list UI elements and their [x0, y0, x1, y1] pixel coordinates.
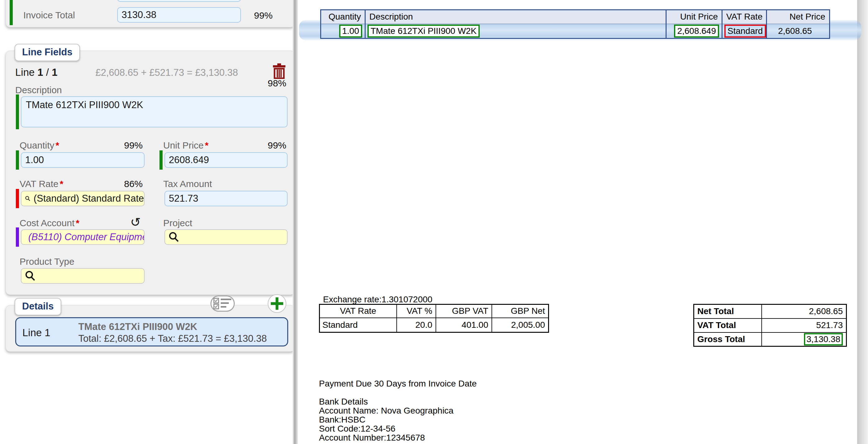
panel-divider-scrollbar[interactable] — [292, 0, 298, 444]
vat-col-gbp-net: GBP Net — [492, 305, 549, 318]
cost-account-value: (B5110) Computer Equipment — [28, 231, 145, 243]
description-label: Description — [15, 85, 62, 95]
unit-price-status-bar — [159, 150, 163, 170]
product-type-label: Product Type — [20, 256, 74, 267]
undo-icon: ↺ — [130, 215, 141, 229]
trash-icon — [273, 63, 286, 79]
project-label: Project — [163, 218, 192, 228]
quantity-label: Quantity* — [20, 140, 59, 151]
col-header-description: Description — [365, 10, 666, 24]
gross-total-annotation-box[interactable]: 3,130.38 — [804, 333, 843, 346]
col-header-quantity: Quantity — [321, 10, 365, 24]
quantity-input[interactable]: 1.00 — [21, 152, 145, 168]
vat-table-row: Standard 20.0 401.00 2,005.00 — [319, 318, 549, 332]
project-lookup-input[interactable] — [164, 229, 287, 245]
invoice-total-input[interactable]: 3130.38 — [117, 7, 241, 23]
line-word: Line — [15, 66, 34, 78]
cost-account-status-bar — [16, 227, 19, 247]
header-field-card: Invoice Total 3130.38 99% — [6, 0, 295, 27]
search-icon — [25, 271, 36, 281]
plus-icon — [270, 297, 284, 310]
vat-rate-lookup-input[interactable]: (Standard) Standard Rate — [21, 191, 145, 206]
line-counter: Line 1 / 1 — [15, 66, 58, 78]
cost-account-lookup-input[interactable]: (B5110) Computer Equipment — [21, 229, 145, 245]
invoice-total-label: Invoice Total — [23, 10, 75, 21]
line-fields-tab: Line Fields — [14, 44, 80, 61]
vat-total-value: 521.73 — [762, 318, 846, 332]
quantity-status-bar — [16, 150, 19, 170]
details-tab: Details — [14, 298, 61, 315]
col-header-vat-rate: VAT Rate — [722, 10, 767, 24]
invoice-total-status-bar — [10, 0, 13, 25]
vat-col-rate: VAT Rate — [319, 305, 397, 318]
unit-price-required-marker: * — [205, 140, 209, 150]
vat-rate-confidence: 86% — [115, 179, 143, 189]
unit-price-label: Unit Price* — [163, 140, 209, 151]
vat-rate-value: (Standard) Standard Rate — [34, 193, 144, 204]
vat-summary-table: VAT Rate VAT % GBP VAT GBP Net Standard … — [319, 304, 549, 333]
quantity-annotation-box[interactable]: 1.00 — [339, 25, 363, 38]
totals-table: Net Total 2,608.65 VAT Total 521.73 Gros… — [693, 304, 847, 347]
vat-rate-status-bar — [16, 189, 19, 208]
line-total-formula: £2,608.65 + £521.73 = £3,130.38 — [95, 67, 238, 78]
unit-price-input[interactable]: 2608.649 — [164, 152, 287, 168]
invoice-total-value: 3130.38 — [122, 9, 156, 21]
tax-amount-label: Tax Amount — [163, 179, 212, 189]
delete-line-button[interactable] — [272, 63, 286, 80]
vat-rate-name: Standard — [319, 318, 397, 332]
detail-line-total: Total: £2,608.65 + Tax: £521.73 = £3,130… — [79, 333, 267, 344]
payment-terms-text: Payment Due 30 Days from Invoice Date — [319, 379, 476, 388]
line-separator: / — [46, 66, 49, 78]
cost-account-required-marker: * — [76, 218, 80, 228]
invoice-line-table: Quantity Description Unit Price VAT Rate… — [320, 9, 830, 39]
line-fields-card: Line Fields Line 1 / 1 £2,608.65 + £521.… — [6, 51, 295, 295]
document-viewer: Quantity Description Unit Price VAT Rate… — [298, 0, 857, 444]
search-icon — [25, 193, 30, 204]
unit-price-annotation-box[interactable]: 2,608.649 — [674, 25, 719, 38]
search-icon — [169, 232, 179, 242]
net-total-label: Net Total — [694, 305, 762, 318]
quantity-confidence: 99% — [115, 140, 143, 151]
vat-pct-value: 20.0 — [397, 318, 436, 332]
quantity-value: 1.00 — [25, 154, 44, 166]
cost-account-reset-button[interactable]: ↺ — [130, 215, 141, 229]
line-count: 1 — [52, 66, 57, 78]
detail-line-description: TMate 612TXi PIII900 W2K — [79, 321, 197, 332]
net-total-row: Net Total 2,608.65 — [694, 305, 846, 318]
vat-total-label: VAT Total — [694, 318, 762, 332]
gbp-net-value: 2,005.00 — [492, 318, 549, 332]
exchange-rate-text: Exchange rate:1.301072000 — [323, 294, 432, 305]
tax-amount-input[interactable]: 521.73 — [164, 191, 287, 206]
description-confidence: 98% — [258, 78, 286, 89]
invoice-table-row: 1.00 TMate 612TXi PIII900 W2K 2,608.649 … — [321, 24, 830, 38]
quantity-required-marker: * — [56, 140, 59, 150]
bank-account-number: Account Number:12345678 — [319, 433, 476, 442]
add-line-button[interactable] — [268, 294, 286, 313]
payment-details-block: Payment Due 30 Days from Invoice Date Ba… — [319, 379, 476, 442]
detail-line-label: Line 1 — [22, 327, 50, 339]
net-total-value: 2,608.65 — [762, 305, 846, 318]
gbp-vat-value: 401.00 — [436, 318, 492, 332]
line-number: 1 — [38, 66, 43, 78]
details-card: Details Line 1 TMate 612TXi PIII900 W2K … — [6, 305, 295, 352]
col-header-net-price: Net Price — [766, 10, 830, 24]
vat-rate-label: VAT Rate* — [20, 179, 63, 189]
details-line-item[interactable]: Line 1 TMate 612TXi PIII900 W2K Total: £… — [15, 317, 288, 346]
checklist-icon — [213, 298, 232, 310]
bank-details-heading: Bank Details — [319, 397, 476, 406]
summary-view-button[interactable] — [211, 295, 235, 312]
description-value: TMate 612TXi PIII900 W2K — [26, 99, 143, 110]
vat-rate-annotation-box[interactable]: Standard — [724, 25, 766, 38]
document-scrollbar[interactable] — [857, 0, 868, 444]
vat-rate-required-marker: * — [60, 179, 63, 189]
bank-sort-code: Sort Code:12-34-56 — [319, 424, 476, 433]
product-type-lookup-input[interactable] — [21, 268, 145, 284]
gross-total-label: Gross Total — [694, 332, 762, 346]
description-textarea[interactable]: TMate 612TXi PIII900 W2K — [21, 96, 287, 127]
cut-off-field-input[interactable] — [117, 0, 241, 2]
description-annotation-box[interactable]: TMate 612TXi PIII900 W2K — [368, 25, 480, 38]
unit-price-confidence: 99% — [258, 140, 286, 151]
net-price-cell-value[interactable]: 2,608.65 — [778, 26, 812, 36]
gross-total-row: Gross Total 3,130.38 — [694, 332, 846, 346]
bank-account-name: Account Name: Nova Geographica — [319, 406, 476, 415]
